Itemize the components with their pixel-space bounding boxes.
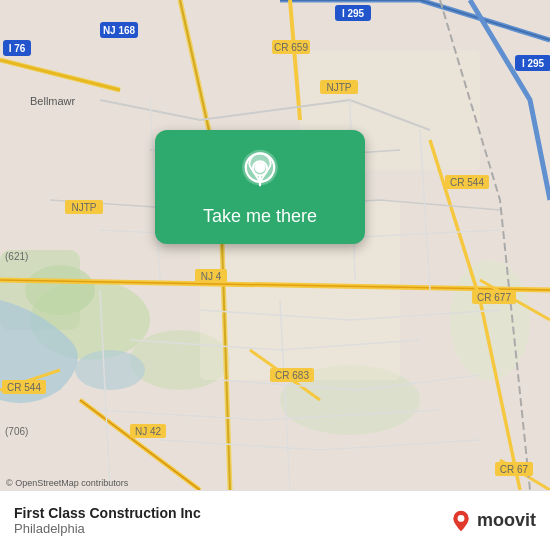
cr677-label: CR 677 (477, 292, 511, 303)
svg-point-6 (450, 260, 530, 380)
moovit-text: moovit (477, 510, 536, 531)
cr544-right-label: CR 544 (450, 177, 484, 188)
i76-label: I 76 (9, 43, 26, 54)
njtp-top-label: NJTP (327, 82, 352, 93)
cr683-label: CR 683 (275, 370, 309, 381)
map-attribution: © OpenStreetMap contributors (6, 478, 128, 488)
take-me-there-button[interactable]: Take me there (155, 130, 365, 244)
moovit-pin-icon (449, 509, 473, 533)
moovit-logo: moovit (449, 509, 536, 533)
bottom-bar: First Class Construction Inc Philadelphi… (0, 490, 550, 550)
location-name: First Class Construction Inc (14, 505, 201, 521)
cr67-label: CR 67 (500, 464, 529, 475)
map-container: Bellmawr I 76 NJ 168 I 295 I 295 CR 659 … (0, 0, 550, 490)
nj168-label: NJ 168 (103, 25, 136, 36)
svg-point-28 (257, 166, 262, 171)
nj42-label: NJ 42 (135, 426, 162, 437)
svg-point-7 (75, 350, 145, 390)
i295-right-label: I 295 (522, 58, 545, 69)
bellmawr-label: Bellmawr (30, 95, 76, 107)
location-city: Philadelphia (14, 521, 201, 536)
svg-point-30 (458, 515, 465, 522)
r621-label: (621) (5, 251, 28, 262)
njtp-left-label: NJTP (72, 202, 97, 213)
cr544-left-label: CR 544 (7, 382, 41, 393)
cta-label: Take me there (203, 206, 317, 228)
location-info: First Class Construction Inc Philadelphi… (14, 505, 201, 536)
cr659-label: CR 659 (274, 42, 308, 53)
nj4-label: NJ 4 (201, 271, 222, 282)
i295-top-label: I 295 (342, 8, 365, 19)
map-pin-icon (236, 148, 284, 196)
r706-label: (706) (5, 426, 28, 437)
